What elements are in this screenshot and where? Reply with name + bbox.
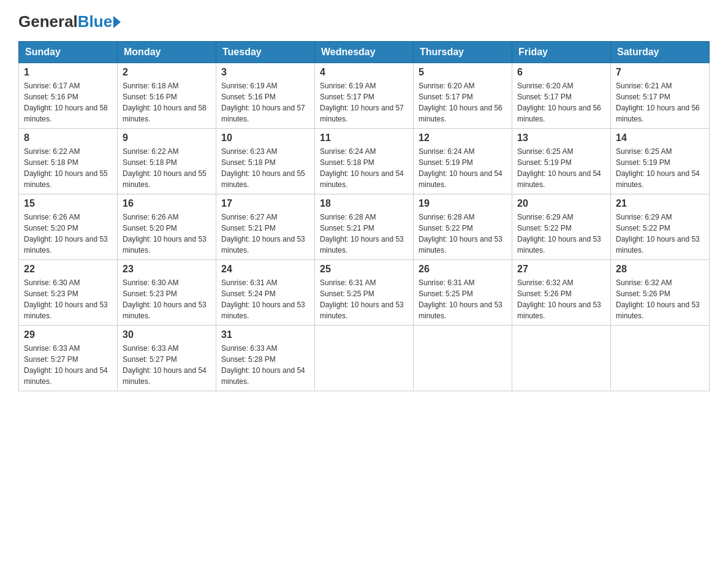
day-number: 19 [419, 198, 507, 209]
day-number: 13 [517, 132, 605, 144]
day-cell-12: 12 Sunrise: 6:24 AM Sunset: 5:19 PM Dayl… [414, 129, 512, 194]
day-info: Sunrise: 6:29 AM Sunset: 5:22 PM Dayligh… [616, 212, 704, 256]
day-cell-18: 18 Sunrise: 6:28 AM Sunset: 5:21 PM Dayl… [315, 194, 414, 260]
logo-blue-text: Blue [78, 12, 112, 31]
day-info: Sunrise: 6:26 AM Sunset: 5:20 PM Dayligh… [123, 212, 211, 256]
day-number: 23 [123, 264, 211, 275]
day-info: Sunrise: 6:25 AM Sunset: 5:19 PM Dayligh… [616, 146, 704, 190]
day-cell-25: 25 Sunrise: 6:31 AM Sunset: 5:25 PM Dayl… [315, 260, 414, 326]
day-number: 17 [221, 198, 309, 209]
weekday-header-sunday: Sunday [19, 42, 118, 63]
day-cell-26: 26 Sunrise: 6:31 AM Sunset: 5:25 PM Dayl… [414, 260, 512, 326]
day-number: 9 [123, 132, 211, 144]
day-info: Sunrise: 6:18 AM Sunset: 5:16 PM Dayligh… [123, 80, 211, 124]
weekday-header-thursday: Thursday [414, 42, 512, 63]
day-info: Sunrise: 6:23 AM Sunset: 5:18 PM Dayligh… [221, 146, 309, 190]
day-cell-31: 31 Sunrise: 6:33 AM Sunset: 5:28 PM Dayl… [216, 326, 315, 391]
day-info: Sunrise: 6:24 AM Sunset: 5:18 PM Dayligh… [320, 146, 408, 190]
day-cell-22: 22 Sunrise: 6:30 AM Sunset: 5:23 PM Dayl… [19, 260, 118, 326]
day-cell-21: 21 Sunrise: 6:29 AM Sunset: 5:22 PM Dayl… [611, 194, 710, 260]
day-number: 18 [320, 198, 408, 209]
day-info: Sunrise: 6:31 AM Sunset: 5:24 PM Dayligh… [221, 277, 309, 321]
week-row-4: 22 Sunrise: 6:30 AM Sunset: 5:23 PM Dayl… [19, 260, 710, 326]
day-cell-16: 16 Sunrise: 6:26 AM Sunset: 5:20 PM Dayl… [118, 194, 216, 260]
day-number: 7 [616, 67, 704, 78]
day-number: 1 [24, 67, 112, 78]
weekday-header-tuesday: Tuesday [216, 42, 315, 63]
logo-general-text: General [18, 12, 78, 31]
day-cell-1: 1 Sunrise: 6:17 AM Sunset: 5:16 PM Dayli… [19, 63, 118, 129]
day-cell-6: 6 Sunrise: 6:20 AM Sunset: 5:17 PM Dayli… [512, 63, 611, 129]
logo-triangle-icon [113, 16, 121, 28]
day-number: 29 [24, 329, 112, 340]
week-row-2: 8 Sunrise: 6:22 AM Sunset: 5:18 PM Dayli… [19, 129, 710, 194]
week-row-1: 1 Sunrise: 6:17 AM Sunset: 5:16 PM Dayli… [19, 63, 710, 129]
day-info: Sunrise: 6:17 AM Sunset: 5:16 PM Dayligh… [24, 80, 112, 124]
day-number: 12 [419, 132, 507, 144]
day-number: 10 [221, 132, 309, 144]
day-info: Sunrise: 6:32 AM Sunset: 5:26 PM Dayligh… [517, 277, 605, 321]
day-number: 26 [419, 264, 507, 275]
day-cell-14: 14 Sunrise: 6:25 AM Sunset: 5:19 PM Dayl… [611, 129, 710, 194]
weekday-header-friday: Friday [512, 42, 611, 63]
day-info: Sunrise: 6:28 AM Sunset: 5:21 PM Dayligh… [320, 212, 408, 256]
day-cell-9: 9 Sunrise: 6:22 AM Sunset: 5:18 PM Dayli… [118, 129, 216, 194]
day-cell-29: 29 Sunrise: 6:33 AM Sunset: 5:27 PM Dayl… [19, 326, 118, 391]
calendar-body: 1 Sunrise: 6:17 AM Sunset: 5:16 PM Dayli… [19, 63, 710, 391]
logo: General Blue [18, 12, 121, 31]
calendar-header: SundayMondayTuesdayWednesdayThursdayFrid… [19, 42, 710, 63]
day-cell-11: 11 Sunrise: 6:24 AM Sunset: 5:18 PM Dayl… [315, 129, 414, 194]
day-number: 6 [517, 67, 605, 78]
day-cell-24: 24 Sunrise: 6:31 AM Sunset: 5:24 PM Dayl… [216, 260, 315, 326]
day-info: Sunrise: 6:28 AM Sunset: 5:22 PM Dayligh… [419, 212, 507, 256]
weekday-header-saturday: Saturday [611, 42, 710, 63]
day-number: 31 [221, 329, 309, 340]
day-info: Sunrise: 6:22 AM Sunset: 5:18 PM Dayligh… [24, 146, 112, 190]
day-cell-19: 19 Sunrise: 6:28 AM Sunset: 5:22 PM Dayl… [414, 194, 512, 260]
empty-cell-w4-4 [414, 326, 512, 391]
day-cell-30: 30 Sunrise: 6:33 AM Sunset: 5:27 PM Dayl… [118, 326, 216, 391]
empty-cell-w4-3 [315, 326, 414, 391]
day-number: 27 [517, 264, 605, 275]
day-number: 3 [221, 67, 309, 78]
day-number: 21 [616, 198, 704, 209]
day-cell-7: 7 Sunrise: 6:21 AM Sunset: 5:17 PM Dayli… [611, 63, 710, 129]
empty-cell-w4-5 [512, 326, 611, 391]
day-info: Sunrise: 6:31 AM Sunset: 5:25 PM Dayligh… [320, 277, 408, 321]
day-number: 8 [24, 132, 112, 144]
day-info: Sunrise: 6:31 AM Sunset: 5:25 PM Dayligh… [419, 277, 507, 321]
day-cell-23: 23 Sunrise: 6:30 AM Sunset: 5:23 PM Dayl… [118, 260, 216, 326]
day-info: Sunrise: 6:29 AM Sunset: 5:22 PM Dayligh… [517, 212, 605, 256]
day-info: Sunrise: 6:19 AM Sunset: 5:16 PM Dayligh… [221, 80, 309, 124]
day-info: Sunrise: 6:22 AM Sunset: 5:18 PM Dayligh… [123, 146, 211, 190]
day-cell-2: 2 Sunrise: 6:18 AM Sunset: 5:16 PM Dayli… [118, 63, 216, 129]
page-header: General Blue [18, 12, 710, 31]
day-cell-20: 20 Sunrise: 6:29 AM Sunset: 5:22 PM Dayl… [512, 194, 611, 260]
day-number: 14 [616, 132, 704, 144]
day-number: 30 [123, 329, 211, 340]
day-info: Sunrise: 6:33 AM Sunset: 5:27 PM Dayligh… [123, 343, 211, 387]
day-number: 5 [419, 67, 507, 78]
day-number: 24 [221, 264, 309, 275]
weekday-header-row: SundayMondayTuesdayWednesdayThursdayFrid… [19, 42, 710, 63]
weekday-header-monday: Monday [118, 42, 216, 63]
day-info: Sunrise: 6:19 AM Sunset: 5:17 PM Dayligh… [320, 80, 408, 124]
day-number: 15 [24, 198, 112, 209]
day-info: Sunrise: 6:21 AM Sunset: 5:17 PM Dayligh… [616, 80, 704, 124]
day-info: Sunrise: 6:20 AM Sunset: 5:17 PM Dayligh… [419, 80, 507, 124]
day-cell-28: 28 Sunrise: 6:32 AM Sunset: 5:26 PM Dayl… [611, 260, 710, 326]
day-cell-17: 17 Sunrise: 6:27 AM Sunset: 5:21 PM Dayl… [216, 194, 315, 260]
day-number: 16 [123, 198, 211, 209]
week-row-5: 29 Sunrise: 6:33 AM Sunset: 5:27 PM Dayl… [19, 326, 710, 391]
empty-cell-w4-6 [611, 326, 710, 391]
day-info: Sunrise: 6:20 AM Sunset: 5:17 PM Dayligh… [517, 80, 605, 124]
day-number: 28 [616, 264, 704, 275]
day-number: 2 [123, 67, 211, 78]
day-cell-15: 15 Sunrise: 6:26 AM Sunset: 5:20 PM Dayl… [19, 194, 118, 260]
day-cell-10: 10 Sunrise: 6:23 AM Sunset: 5:18 PM Dayl… [216, 129, 315, 194]
day-info: Sunrise: 6:26 AM Sunset: 5:20 PM Dayligh… [24, 212, 112, 256]
day-info: Sunrise: 6:25 AM Sunset: 5:19 PM Dayligh… [517, 146, 605, 190]
day-info: Sunrise: 6:30 AM Sunset: 5:23 PM Dayligh… [24, 277, 112, 321]
day-info: Sunrise: 6:30 AM Sunset: 5:23 PM Dayligh… [123, 277, 211, 321]
day-info: Sunrise: 6:24 AM Sunset: 5:19 PM Dayligh… [419, 146, 507, 190]
